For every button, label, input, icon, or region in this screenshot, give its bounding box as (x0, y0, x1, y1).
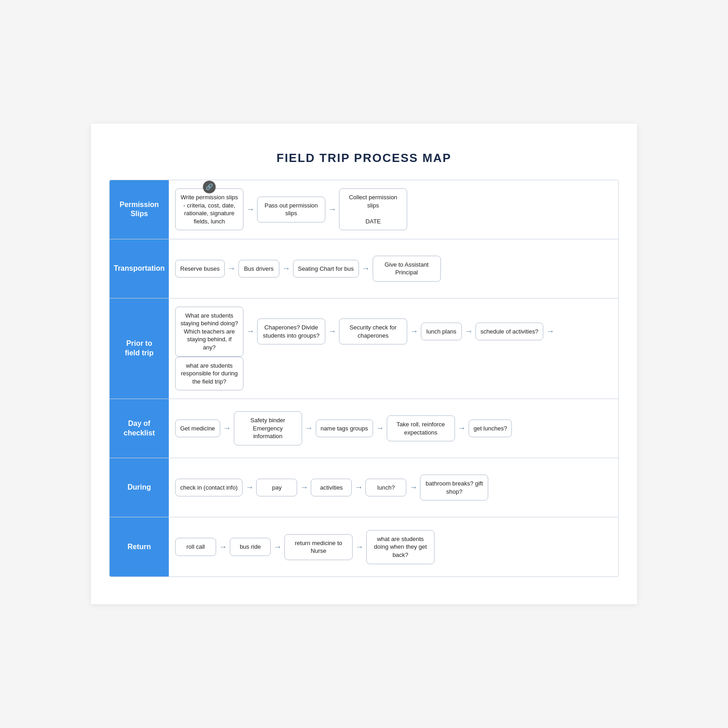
step-box-security-check: Security check for chaperones (339, 318, 407, 344)
step-text-what-are-students-doing: what are students doing when they get ba… (374, 536, 427, 558)
process-row-permission-slips: PermissionSlips🔗Write permission slips -… (110, 180, 618, 239)
page-title: FIELD TRIP PROCESS MAP (109, 151, 619, 165)
step-box-return-medicine: return medicine to Nurse (284, 534, 353, 560)
step-text-schedule-of-activities: schedule of activities? (480, 328, 538, 335)
step-box-what-are-students-staying: What are students staying behind doing? … (175, 307, 243, 357)
row-content-prior-to-field-trip: What are students staying behind doing? … (169, 298, 618, 399)
step-text-return-medicine: return medicine to Nurse (295, 540, 342, 555)
row-label-permission-slips: PermissionSlips (110, 180, 169, 239)
arrow-activities (352, 483, 365, 492)
step-box-what-are-students-doing: what are students doing when they get ba… (366, 530, 435, 564)
step-box-get-lunches: get lunches? (469, 420, 512, 438)
step-text-lunch: lunch? (377, 484, 394, 491)
row-label-transportation: Transportation (110, 239, 169, 298)
step-box-activities: activities (311, 479, 352, 497)
step-box-what-are-students-responsible: what are students responsible for during… (175, 357, 243, 391)
arrow-lunch-plans (462, 327, 475, 336)
step-box-name-tags-groups: name tags groups (316, 420, 373, 438)
step-box-lunch: lunch? (365, 479, 406, 497)
step-text-seating-chart: Seating Chart for bus (298, 265, 354, 272)
step-box-pass-out-permission-slips: Pass out permission slips (257, 197, 325, 222)
arrow-roll-call (216, 542, 230, 552)
step-text-check-in: check in (contact info) (180, 484, 238, 491)
step-text-take-roll: Take roll, reinforce expectations (397, 421, 445, 436)
step-text-collect-permission-slips: Collect permission slipsDATE (349, 194, 397, 225)
arrow-lunch (406, 483, 420, 492)
step-text-activities: activities (320, 484, 343, 491)
step-text-give-to-ap: Give to Assistant Principal (384, 261, 429, 276)
arrow-security-check (407, 327, 421, 336)
arrow-name-tags-groups (373, 424, 387, 433)
step-text-write-permission-slips: Write permission slips - criteria, cost,… (181, 194, 238, 225)
arrow-safety-binder (302, 424, 316, 433)
step-text-pass-out-permission-slips: Pass out permission slips (264, 202, 318, 217)
arrow-what-are-students-staying (243, 327, 257, 336)
step-box-chaperones-divide: Chaperones? Divide students into groups? (257, 318, 325, 344)
step-box-get-medicine: Get medicine (175, 420, 220, 438)
arrow-seating-chart (359, 264, 373, 273)
row-content-transportation: Reserve busesBus driversSeating Chart fo… (169, 239, 618, 298)
step-text-bathroom-breaks: bathroom breaks? gift shop? (426, 480, 483, 495)
step-text-safety-binder: Safety binderEmergency information (250, 417, 285, 440)
step-box-pay: pay (256, 479, 297, 497)
step-box-bus-drivers: Bus drivers (238, 260, 279, 278)
step-text-what-are-students-staying: What are students staying behind doing? … (181, 312, 238, 351)
link-icon: 🔗 (203, 181, 216, 193)
step-text-lunch-plans: lunch plans (426, 328, 456, 335)
step-box-give-to-ap: Give to Assistant Principal (373, 256, 441, 282)
step-text-roll-call: roll call (187, 543, 205, 550)
arrow-pass-out-permission-slips (325, 205, 339, 214)
process-row-day-of-checklist: Day ofchecklistGet medicineSafety binder… (110, 399, 618, 458)
process-row-transportation: TransportationReserve busesBus driversSe… (110, 239, 618, 298)
step-text-reserve-buses: Reserve buses (180, 265, 220, 272)
arrow-get-medicine (220, 424, 234, 433)
arrow-check-in (243, 483, 256, 492)
arrow-bus-ride (271, 542, 284, 552)
process-row-prior-to-field-trip: Prior tofield tripWhat are students stay… (110, 298, 618, 399)
step-text-bus-ride: bus ride (240, 543, 261, 550)
row-label-return: Return (110, 517, 169, 576)
step-box-collect-permission-slips: Collect permission slipsDATE (339, 188, 407, 230)
step-text-bus-drivers: Bus drivers (244, 265, 273, 272)
process-map: PermissionSlips🔗Write permission slips -… (109, 180, 619, 577)
process-row-return: Returnroll callbus ridereturn medicine t… (110, 517, 618, 576)
step-box-roll-call: roll call (175, 538, 216, 556)
arrow-reserve-buses (225, 264, 238, 273)
arrow-chaperones-divide (325, 327, 339, 336)
step-box-bathroom-breaks: bathroom breaks? gift shop? (420, 475, 488, 500)
step-box-lunch-plans: lunch plans (421, 323, 462, 341)
process-row-during: Duringcheck in (contact info)payactiviti… (110, 458, 618, 517)
row-label-day-of-checklist: Day ofchecklist (110, 399, 169, 458)
row-content-day-of-checklist: Get medicineSafety binderEmergency infor… (169, 399, 618, 458)
step-box-bus-ride: bus ride (230, 538, 271, 556)
row-label-during: During (110, 458, 169, 517)
step-box-write-permission-slips: 🔗Write permission slips - criteria, cost… (175, 188, 243, 230)
step-text-chaperones-divide: Chaperones? Divide students into groups? (263, 324, 319, 339)
row-content-return: roll callbus ridereturn medicine to Nurs… (169, 517, 618, 576)
arrow-schedule-of-activities (543, 327, 557, 336)
row-label-prior-to-field-trip: Prior tofield trip (110, 298, 169, 399)
step-box-safety-binder: Safety binderEmergency information (234, 411, 302, 445)
row-content-permission-slips: 🔗Write permission slips - criteria, cost… (169, 180, 618, 239)
step-text-what-are-students-responsible: what are students responsible for during… (181, 362, 238, 385)
arrow-bus-drivers (279, 264, 293, 273)
step-box-take-roll: Take roll, reinforce expectations (387, 415, 455, 441)
step-text-get-lunches: get lunches? (474, 425, 507, 432)
step-box-check-in: check in (contact info) (175, 479, 243, 497)
step-box-seating-chart: Seating Chart for bus (293, 260, 359, 278)
step-box-schedule-of-activities: schedule of activities? (475, 323, 543, 341)
row-content-during: check in (contact info)payactivitieslunc… (169, 458, 618, 517)
page-wrapper: FIELD TRIP PROCESS MAP PermissionSlips🔗W… (91, 124, 637, 604)
step-box-reserve-buses: Reserve buses (175, 260, 225, 278)
arrow-return-medicine (353, 542, 366, 552)
step-text-pay: pay (272, 484, 282, 491)
step-text-security-check: Security check for chaperones (349, 324, 396, 339)
arrow-write-permission-slips (243, 205, 257, 214)
arrow-pay (297, 483, 311, 492)
arrow-take-roll (455, 424, 469, 433)
step-text-name-tags-groups: name tags groups (321, 425, 368, 432)
step-text-get-medicine: Get medicine (180, 425, 215, 432)
